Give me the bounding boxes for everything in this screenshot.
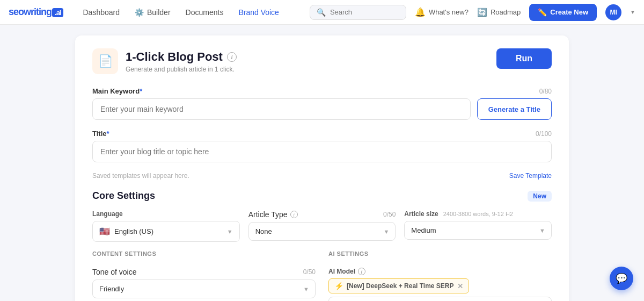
main-keyword-input-row: Generate a Title — [92, 98, 552, 120]
title-required: * — [107, 130, 109, 138]
title-input[interactable] — [92, 141, 552, 162]
search-icon: 🔍 — [317, 8, 326, 17]
tone-select-wrapper: Friendly ▼ — [92, 280, 316, 298]
article-type-label-text: Article Type — [248, 210, 288, 219]
ai-model-info-icon[interactable]: i — [358, 268, 365, 275]
flag-icon: 🇺🇸 — [99, 226, 110, 236]
bell-icon: 🔔 — [415, 7, 426, 17]
main-keyword-input[interactable] — [92, 98, 471, 120]
main-keyword-char-count: 0/80 — [539, 88, 552, 95]
page-header-left: 📄 1-Click Blog Post i Generate and publi… — [92, 48, 237, 74]
title-row: Title* 0/100 — [92, 130, 552, 138]
article-size-field: Article size 2400-3800 words, 9-12 H2 Me… — [404, 210, 552, 242]
logo-text: seowriting.ai — [9, 6, 63, 18]
core-settings-header: Core Settings New — [92, 190, 552, 202]
nav-item-documents[interactable]: Documents — [179, 5, 230, 20]
logo-ai: .ai — [52, 8, 63, 17]
logo[interactable]: seowriting.ai — [9, 6, 63, 18]
roadmap-icon: 🔄 — [477, 8, 487, 17]
main-keyword-row: Main Keyword* 0/80 — [92, 87, 552, 95]
article-size-label-text: Article size — [404, 210, 438, 218]
ai-settings-col: AI SETTINGS AI Model i ⚡ [New] DeepSeek … — [328, 250, 552, 301]
search-input[interactable] — [330, 8, 394, 16]
article-type-info-icon[interactable]: i — [290, 211, 298, 218]
main-keyword-label: Main Keyword* — [92, 87, 142, 95]
ai-model-label-text: AI Model — [328, 268, 355, 275]
page-title-text: 1-Click Blog Post — [126, 50, 223, 64]
page-subtitle: Generate and publish article in 1 click. — [126, 66, 237, 73]
language-select[interactable]: 🇺🇸 English (US) ▼ — [92, 221, 240, 242]
whats-new-button[interactable]: 🔔 What's new? — [415, 7, 469, 17]
language-chevron-icon: ▼ — [227, 228, 233, 235]
generate-title-button[interactable]: Generate a Title — [477, 98, 552, 120]
ai-tag-row: ⚡ [New] DeepSeek + Real Time SERP ✕ — [328, 278, 552, 293]
chat-icon: 💬 — [616, 273, 627, 284]
ai-model-field: AI Model i ⚡ [New] DeepSeek + Real Time … — [328, 268, 552, 301]
roadmap-button[interactable]: 🔄 Roadmap — [477, 8, 521, 17]
article-size-label: Article size 2400-3800 words, 9-12 H2 — [404, 210, 552, 218]
chat-bubble[interactable]: 💬 — [610, 267, 633, 290]
nav-label-dashboard: Dashboard — [83, 8, 120, 17]
avatar-initials: MI — [610, 9, 617, 16]
tone-label-row: Tone of voice 0/50 — [92, 268, 316, 276]
nav-item-brand-voice[interactable]: Brand Voice — [232, 5, 286, 20]
article-size-select-wrapper: Medium ▼ — [404, 221, 552, 240]
nav-items: Dashboard ⚙️ Builder Documents Brand Voi… — [76, 5, 309, 20]
create-icon: ✏️ — [538, 8, 547, 17]
article-size-note: 2400-3800 words, 9-12 H2 — [443, 211, 513, 217]
nav-label-builder: Builder — [147, 8, 171, 17]
page-icon: 📄 — [92, 48, 118, 74]
saved-templates-text: Saved templates will appear here. — [92, 172, 189, 180]
tone-char-count: 0/50 — [303, 268, 316, 276]
article-type-select[interactable]: None — [248, 222, 396, 241]
content-settings-header-label: CONTENT SETTINGS — [92, 250, 316, 260]
title-label: Title* — [92, 130, 109, 138]
credit-select[interactable]: ⭐ 1 credit ▼ — [328, 297, 552, 301]
deepseek-close-icon[interactable]: ✕ — [457, 282, 463, 290]
content-card: 📄 1-Click Blog Post i Generate and publi… — [75, 35, 569, 301]
nav-label-brand-voice: Brand Voice — [238, 8, 279, 17]
search-bar: 🔍 — [310, 5, 406, 20]
tone-of-voice-label-text: Tone of voice — [92, 268, 137, 276]
article-type-char-count: 0/50 — [383, 211, 396, 218]
article-type-label-row: Article Type i 0/50 — [248, 210, 396, 219]
article-type-select-wrapper: None ▼ — [248, 222, 396, 241]
lightning-icon: ⚡ — [334, 282, 343, 290]
nav-item-builder[interactable]: ⚙️ Builder — [128, 5, 177, 20]
language-field: Language 🇺🇸 English (US) ▼ — [92, 210, 240, 242]
language-label-text: Language — [92, 210, 123, 218]
save-template-link[interactable]: Save Template — [509, 172, 552, 180]
language-value: English (US) — [114, 227, 223, 235]
ai-model-label: AI Model i — [328, 268, 552, 275]
article-size-select[interactable]: Medium — [404, 221, 552, 240]
main-keyword-label-text: Main Keyword — [92, 87, 140, 95]
title-group: Title* 0/100 — [92, 130, 552, 162]
article-type-field: Article Type i 0/50 None ▼ — [248, 210, 396, 242]
settings-row-top: Language 🇺🇸 English (US) ▼ Article Type … — [92, 210, 552, 242]
language-label: Language — [92, 210, 240, 218]
create-new-button[interactable]: ✏️ Create New — [529, 4, 597, 21]
create-new-label: Create New — [550, 8, 588, 16]
tone-of-voice-field: Tone of voice 0/50 Friendly ▼ — [92, 268, 316, 298]
page-info-icon[interactable]: i — [227, 52, 237, 62]
run-button[interactable]: Run — [496, 48, 552, 69]
main-keyword-required: * — [140, 87, 142, 95]
avatar-chevron-icon[interactable]: ▼ — [630, 9, 635, 15]
document-icon: 📄 — [98, 54, 113, 68]
ai-settings-header-label: AI SETTINGS — [328, 250, 552, 260]
page-title: 1-Click Blog Post i — [126, 50, 237, 64]
main-keyword-group: Main Keyword* 0/80 Generate a Title — [92, 87, 552, 120]
navbar: seowriting.ai Dashboard ⚙️ Builder Docum… — [0, 0, 644, 25]
nav-item-dashboard[interactable]: Dashboard — [76, 5, 126, 20]
tone-of-voice-select[interactable]: Friendly — [92, 280, 316, 298]
template-bar: Saved templates will appear here. Save T… — [92, 172, 552, 180]
main-content: 📄 1-Click Blog Post i Generate and publi… — [0, 25, 644, 301]
deepseek-badge: ⚡ [New] DeepSeek + Real Time SERP ✕ — [328, 278, 469, 293]
page-header: 📄 1-Click Blog Post i Generate and publi… — [92, 48, 552, 74]
core-settings-title: Core Settings — [92, 190, 155, 202]
whats-new-label: What's new? — [429, 8, 469, 16]
new-badge: New — [528, 191, 552, 202]
deepseek-badge-label: [New] DeepSeek + Real Time SERP — [347, 282, 454, 290]
nav-label-documents: Documents — [186, 8, 224, 17]
avatar[interactable]: MI — [605, 4, 621, 20]
